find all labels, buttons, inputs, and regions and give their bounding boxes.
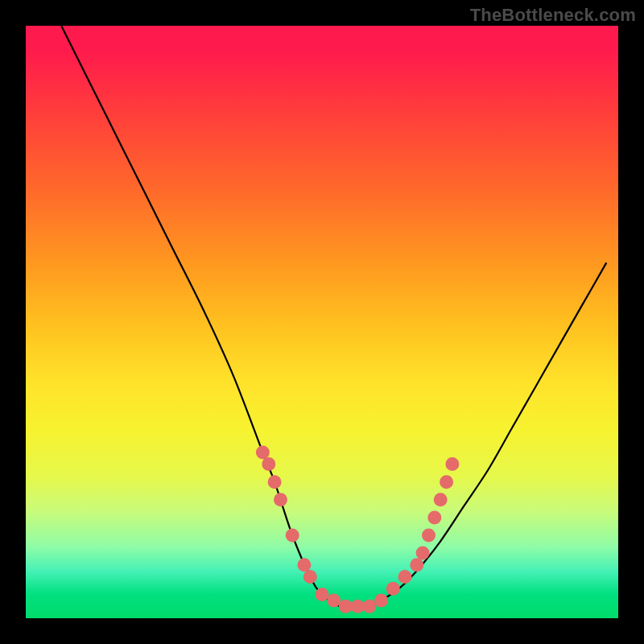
curve-marker <box>410 558 423 572</box>
curve-marker <box>386 582 400 596</box>
curve-marker <box>316 588 329 601</box>
curve-marker <box>274 493 287 506</box>
curve-marker <box>434 493 448 506</box>
curve-marker <box>339 600 353 613</box>
plot-area <box>26 26 618 618</box>
curve-marker <box>351 600 365 613</box>
curve-marker <box>422 529 436 543</box>
curve-marker <box>303 570 317 584</box>
curve-marker <box>398 570 412 584</box>
marker-group <box>256 445 460 613</box>
curve-marker <box>256 445 270 459</box>
watermark-text: TheBottleneck.com <box>470 5 636 26</box>
curve-marker <box>327 593 341 607</box>
curve-marker <box>416 547 430 560</box>
curve-marker <box>374 593 388 607</box>
curve-marker <box>268 475 282 489</box>
curve-marker <box>362 600 376 613</box>
curve-marker <box>286 529 299 543</box>
curve-marker <box>440 475 453 489</box>
curve-marker <box>445 457 459 471</box>
curve-marker <box>297 558 311 572</box>
chart-frame: TheBottleneck.com <box>0 0 644 644</box>
curve-marker <box>262 457 275 471</box>
bottleneck-curve-path <box>61 26 606 607</box>
curve-layer <box>26 26 618 618</box>
curve-marker <box>427 510 441 524</box>
